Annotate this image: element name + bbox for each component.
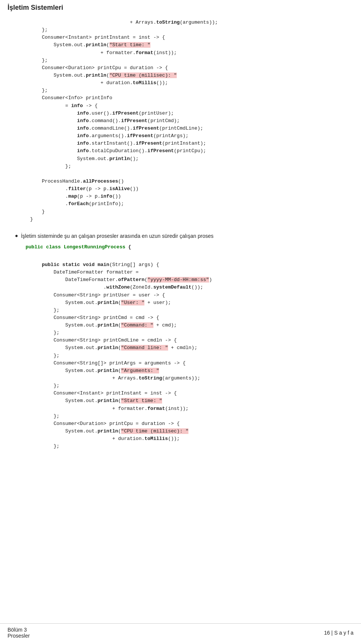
code-line: }; bbox=[30, 163, 71, 169]
code-line: System.out.println("User: " + user); bbox=[30, 300, 171, 305]
code-line: System.out.println(); bbox=[30, 156, 139, 162]
code-line: }; bbox=[30, 413, 59, 419]
code-line: } bbox=[30, 209, 45, 215]
code-line: .filter(p -> p.isAlive()) bbox=[30, 186, 139, 192]
code-line: ProcessHandle.allProcesses() bbox=[30, 178, 124, 184]
code-line: public static void main(String[] args) { bbox=[30, 262, 159, 268]
code-line: Consumer<String> printUser = user -> { bbox=[30, 292, 165, 298]
code-line: } bbox=[30, 216, 33, 222]
code-line: + duration.toMillis()); bbox=[30, 436, 180, 441]
code-line: info.totalCpuDuration().ifPresent(printC… bbox=[30, 148, 206, 154]
code-block-bottom: public static void main(String[] args) {… bbox=[8, 252, 353, 450]
code-line: .forEach(printInfo); bbox=[30, 201, 124, 207]
code-line: }; bbox=[30, 330, 59, 336]
footer-left: Bölüm 3 Prosesler bbox=[8, 627, 30, 639]
code-line: Consumer<Duration> printCpu = duration -… bbox=[30, 421, 180, 426]
code-line: Consumer<Duration> printCpu = duration -… bbox=[30, 65, 168, 71]
code-line: System.out.println("Arguments: " bbox=[30, 368, 159, 373]
code-line: System.out.println("Start time: " bbox=[30, 398, 162, 404]
code-line: info.arguments().ifPresent(printArgs); bbox=[30, 133, 188, 139]
code-line: Consumer<String[]> printArgs = arguments… bbox=[30, 360, 185, 366]
footer-right: 16 | S a y f a bbox=[324, 630, 353, 636]
code-line: }; bbox=[30, 443, 59, 449]
code-line: + Arrays.toString(arguments)); bbox=[30, 20, 218, 25]
code-line: DateTimeFormatter formatter = bbox=[30, 269, 139, 275]
code-line: }; bbox=[30, 307, 59, 313]
code-line: System.out.println("Command: " + cmd); bbox=[30, 322, 177, 328]
code-line: + formatter.format(inst)); bbox=[30, 50, 177, 56]
bullet-icon: • bbox=[15, 231, 18, 241]
code-line: }; bbox=[30, 88, 48, 93]
code-line: }; bbox=[30, 383, 59, 389]
code-line: System.out.println("CPU time (millisec):… bbox=[30, 428, 188, 434]
page-footer: Bölüm 3 Prosesler 16 | S a y f a bbox=[0, 623, 361, 640]
code-block-top: + Arrays.toString(arguments)); }; Consum… bbox=[8, 15, 353, 223]
code-line: + formatter.format(inst)); bbox=[30, 406, 188, 411]
code-line: Consumer<String> printCmdLine = cmdln ->… bbox=[30, 337, 177, 343]
code-line: .withZone(ZoneId.systemDefault()); bbox=[30, 284, 203, 290]
code-line: Consumer<Instant> printInstant = inst ->… bbox=[30, 390, 177, 396]
code-line: info.user().ifPresent(printUser); bbox=[30, 110, 174, 116]
code-line: Consumer<Instant> printInstant = inst ->… bbox=[30, 35, 165, 40]
code-line: System.out.println("Start time: " bbox=[30, 42, 150, 48]
code-line: info.commandLine().ifPresent(printCmdLin… bbox=[30, 125, 203, 131]
code-line: .map(p -> p.info()) bbox=[30, 194, 121, 199]
class-brace: { bbox=[125, 244, 131, 250]
code-line: Consumer<String> printCmd = cmd -> { bbox=[30, 315, 159, 320]
page-header: İşletim Sistemleri bbox=[8, 4, 63, 12]
bullet-text: İşletim sisteminde şu an çalışan prosesl… bbox=[21, 232, 214, 240]
code-line: DateTimeFormatter.ofPattern("yyyy-MM-dd-… bbox=[30, 277, 212, 283]
code-line: + Arrays.toString(arguments)); bbox=[30, 375, 200, 381]
code-line: = info -> { bbox=[30, 103, 97, 109]
code-line: }; bbox=[30, 353, 59, 358]
section-label: Prosesler bbox=[8, 633, 30, 639]
code-line: info.startInstant().ifPresent(printInsta… bbox=[30, 141, 206, 146]
code-line: + duration.toMillis()); bbox=[30, 80, 168, 86]
code-line: System.out.println("Command line: " + cm… bbox=[30, 345, 197, 351]
code-line: }; bbox=[30, 27, 48, 33]
code-line: info.command().ifPresent(printCmd); bbox=[30, 118, 180, 124]
code-line: System.out.println("CPU time (millisec):… bbox=[30, 73, 177, 78]
code-line: Consumer<Info> printInfo bbox=[30, 95, 112, 101]
class-declaration: public class LongestRunningProcess bbox=[26, 244, 125, 250]
code-line: }; bbox=[30, 57, 48, 63]
chapter-label: Bölüm 3 bbox=[8, 627, 30, 633]
